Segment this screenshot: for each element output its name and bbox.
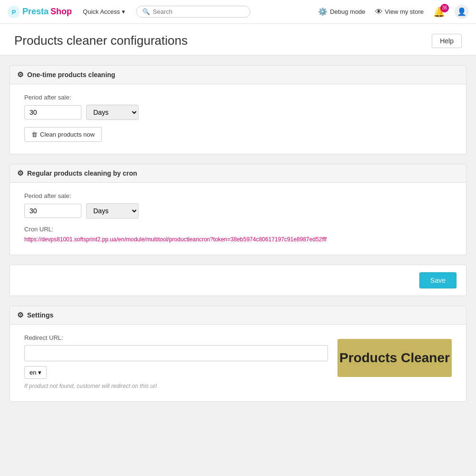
save-button[interactable]: Save: [419, 272, 456, 288]
gear-icon-regular: ⚙: [17, 169, 23, 178]
notifications-button[interactable]: 🔔 36: [433, 6, 445, 18]
lang-value: en: [30, 369, 36, 376]
trash-icon: 🗑: [31, 131, 38, 138]
redirect-url-input[interactable]: [24, 345, 328, 361]
cron-url-section: Cron URL: https://devps81001.softsprint2…: [24, 226, 452, 243]
notification-count: 36: [440, 4, 449, 12]
period-row-1: Days Weeks Months: [24, 105, 452, 120]
save-row: Save: [10, 265, 466, 296]
quick-access-button[interactable]: Quick Access ▾: [79, 6, 129, 17]
regular-panel-body: Period after sale: Days Weeks Months Cro…: [10, 183, 466, 255]
view-store-link[interactable]: 👁 View my store: [375, 8, 424, 16]
settings-content: Redirect URL: en ▾ If product not found,…: [24, 334, 452, 389]
products-cleaner-banner-text: Products Cleaner: [339, 350, 450, 366]
period-input-1[interactable]: [24, 105, 81, 119]
redirect-hint-text: If product not found, customer will redi…: [24, 383, 328, 389]
one-time-panel: ⚙ One-time products cleaning Period afte…: [10, 65, 466, 154]
svg-text:P: P: [12, 8, 16, 15]
regular-panel: ⚙ Regular products cleaning by cron Peri…: [10, 164, 466, 255]
settings-left: Redirect URL: en ▾ If product not found,…: [24, 334, 328, 389]
page-header: Products cleaner configurations Help: [0, 24, 476, 56]
user-icon: 👤: [457, 7, 466, 16]
products-cleaner-banner: Products Cleaner: [337, 339, 452, 377]
settings-panel-heading: ⚙ Settings: [10, 306, 466, 325]
debug-mode-label: Debug mode: [330, 8, 365, 15]
brand-logo: P PrestaShop: [7, 5, 72, 19]
redirect-url-label: Redirect URL:: [24, 334, 328, 341]
page-title: Products cleaner configurations: [14, 33, 188, 48]
settings-heading-label: Settings: [27, 311, 53, 319]
cron-url-label: Cron URL:: [24, 226, 452, 233]
period-unit-select-1[interactable]: Days Weeks Months: [86, 105, 139, 120]
user-avatar[interactable]: 👤: [455, 5, 469, 19]
language-select-button[interactable]: en ▾: [24, 366, 47, 379]
search-input[interactable]: [153, 8, 244, 15]
chevron-down-icon-lang: ▾: [38, 369, 41, 376]
period-after-sale-label-1: Period after sale:: [24, 94, 452, 101]
regular-panel-heading: ⚙ Regular products cleaning by cron: [10, 164, 466, 183]
clean-products-now-button[interactable]: 🗑 Clean products now: [24, 127, 102, 142]
period-unit-select-2[interactable]: Days Weeks Months: [86, 203, 139, 218]
quick-access-label: Quick Access: [83, 8, 120, 15]
chevron-down-icon: ▾: [122, 8, 125, 15]
debug-mode-link[interactable]: ⚙️ Debug mode: [318, 7, 365, 16]
cron-url-link[interactable]: https://devps81001.softsprint2.pp.ua/en/…: [24, 236, 327, 243]
brand-icon: P: [7, 5, 20, 19]
settings-right: Products Cleaner: [337, 334, 452, 389]
settings-panel-body: Redirect URL: en ▾ If product not found,…: [10, 325, 466, 401]
navbar: P PrestaShop Quick Access ▾ 🔍 ⚙️ Debug m…: [0, 0, 476, 24]
one-time-panel-heading: ⚙ One-time products cleaning: [10, 66, 466, 84]
one-time-heading-label: One-time products cleaning: [27, 71, 115, 79]
regular-heading-label: Regular products cleaning by cron: [27, 169, 137, 177]
view-store-label: View my store: [385, 8, 424, 15]
settings-panel: ⚙ Settings Redirect URL: en ▾ If product…: [10, 306, 466, 402]
one-time-panel-body: Period after sale: Days Weeks Months 🗑 C…: [10, 84, 466, 154]
period-after-sale-label-2: Period after sale:: [24, 192, 452, 199]
eye-icon: 👁: [375, 8, 383, 16]
brand-shop: Shop: [50, 7, 72, 17]
gear-icon-one-time: ⚙: [17, 70, 23, 79]
help-button[interactable]: Help: [432, 34, 462, 48]
debug-icon: ⚙️: [318, 7, 327, 16]
period-row-2: Days Weeks Months: [24, 203, 452, 218]
period-input-2[interactable]: [24, 204, 81, 218]
brand-presta: Presta: [22, 7, 49, 17]
search-box: 🔍: [136, 6, 250, 18]
navbar-right: ⚙️ Debug mode 👁 View my store 🔔 36 👤: [318, 5, 469, 19]
main-content: ⚙ One-time products cleaning Period afte…: [0, 56, 476, 421]
search-icon: 🔍: [142, 8, 150, 15]
gear-icon-settings: ⚙: [17, 311, 23, 319]
clean-products-label: Clean products now: [40, 131, 95, 138]
